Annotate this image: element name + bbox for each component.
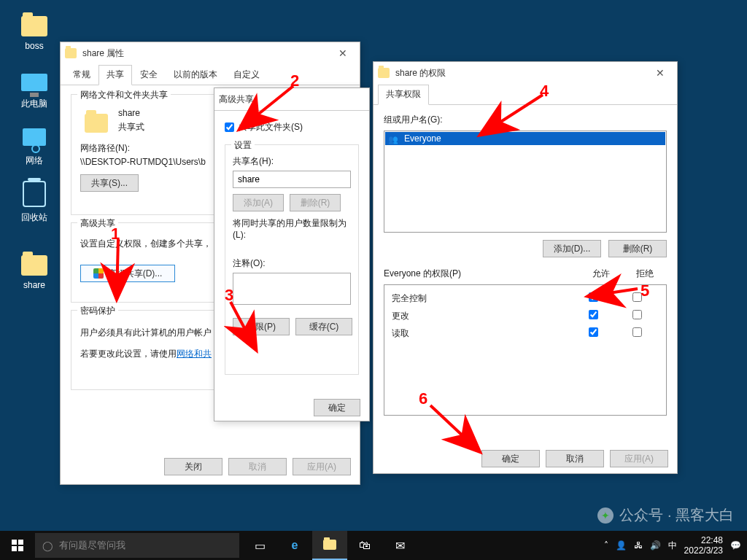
icon-label: boss [9, 41, 60, 51]
folder-icon [378, 68, 390, 78]
notes-label: 注释(O): [233, 257, 351, 270]
icon-label: 此电脑 [9, 98, 60, 110]
watermark: ✦ 公众号 · 黑客大白 [597, 505, 734, 525]
icon-label: share [9, 280, 60, 290]
tab-previous-versions[interactable]: 以前的版本 [166, 65, 225, 85]
recycle-icon [23, 181, 46, 207]
group-users-label: 组或用户名(G): [384, 114, 667, 126]
taskbar-search[interactable]: ◯ 有问题尽管问我 [35, 533, 239, 558]
share-folder-checkbox[interactable]: 共享此文件夹(S) [225, 121, 303, 133]
apply-button[interactable]: 应用(A) [293, 458, 351, 475]
notes-input[interactable] [233, 273, 351, 305]
mail-icon[interactable]: ✉ [382, 531, 417, 560]
share-button[interactable]: 共享(S)... [80, 174, 139, 192]
sharename-label: 共享名(H): [233, 155, 351, 168]
tray-people-icon[interactable]: 👤 [616, 540, 627, 551]
perm-row-read: 读取 [392, 324, 659, 342]
ok-button[interactable]: 确定 [314, 399, 360, 416]
close-icon[interactable]: ✕ [648, 64, 673, 82]
svg-rect-6 [12, 540, 17, 545]
titlebar[interactable]: 高级共享 [214, 88, 369, 110]
shield-icon [93, 268, 104, 279]
permissions-for-label: Everyone 的权限(P) [384, 268, 579, 280]
desktop-icon-boss[interactable]: boss [9, 9, 60, 51]
group-settings: 设置 [231, 139, 255, 152]
tray-chevron-icon[interactable]: ˄ [604, 540, 608, 551]
edge-icon[interactable]: e [277, 531, 312, 560]
annotation-4: 4 [540, 82, 549, 101]
window-title: 高级共享 [219, 93, 254, 106]
add-user-button[interactable]: 添加(D)... [543, 240, 601, 257]
desktop-icon-network[interactable]: 网络 [9, 122, 60, 167]
titlebar[interactable]: share 属性 ✕ [61, 42, 360, 64]
store-icon[interactable]: 🛍 [347, 531, 382, 560]
tray-clock[interactable]: 22:48 2022/3/23 [684, 535, 723, 556]
allow-read-checkbox[interactable] [589, 327, 598, 337]
annotation-5: 5 [640, 281, 649, 300]
folder-icon [21, 16, 47, 36]
tray-ime-icon[interactable]: 中 [668, 540, 677, 552]
svg-rect-7 [18, 540, 23, 545]
cancel-button[interactable]: 取消 [546, 450, 604, 467]
close-icon[interactable]: ✕ [330, 44, 355, 62]
deny-change-checkbox[interactable] [632, 310, 642, 319]
share-state: 共享式 [118, 121, 144, 133]
folder-icon [21, 255, 47, 276]
tab-share-permissions[interactable]: 共享权限 [378, 85, 429, 105]
annotation-2: 2 [290, 71, 299, 90]
user-everyone[interactable]: Everyone [385, 132, 665, 145]
icon-label: 回收站 [9, 211, 60, 224]
annotation-3: 3 [225, 286, 233, 305]
tray-network-icon[interactable]: 🖧 [634, 540, 643, 551]
group-password: 密码保护 [77, 305, 118, 317]
pc-icon [21, 74, 47, 91]
deny-read-checkbox[interactable] [632, 327, 642, 337]
annotation-1: 1 [111, 225, 120, 244]
taskbar: ◯ 有问题尽管问我 ▭ e 🛍 ✉ ˄ 👤 🖧 🔊 中 22:48 2022/3… [0, 531, 747, 560]
close-button[interactable]: 关闭 [164, 458, 222, 475]
users-icon [388, 134, 400, 143]
wechat-icon: ✦ [597, 508, 614, 524]
system-tray: ˄ 👤 🖧 🔊 中 22:48 2022/3/23 💬 [598, 535, 747, 556]
add-button[interactable]: 添加(A) [233, 194, 284, 211]
tab-general[interactable]: 常规 [65, 65, 98, 85]
start-button[interactable] [0, 531, 35, 560]
apply-button[interactable]: 应用(A) [610, 450, 668, 467]
ok-button[interactable]: 确定 [481, 450, 540, 467]
desktop-icon-recycle[interactable]: 回收站 [9, 179, 60, 224]
tray-notifications-icon[interactable]: 💬 [730, 540, 741, 551]
tabs: 常规 共享 安全 以前的版本 自定义 [61, 64, 360, 85]
tab-security[interactable]: 安全 [132, 65, 166, 85]
cancel-button[interactable]: 取消 [228, 458, 287, 475]
cache-button[interactable]: 缓存(C) [295, 318, 352, 335]
permissions-button[interactable]: 权限(P) [233, 318, 290, 335]
delete-button[interactable]: 删除(R) [290, 194, 341, 211]
users-listbox[interactable]: Everyone [384, 131, 667, 233]
group-network-share: 网络文件和文件夹共享 [77, 89, 171, 101]
tray-volume-icon[interactable]: 🔊 [650, 540, 661, 551]
advanced-share-button[interactable]: 高级共享(D)... [80, 265, 175, 282]
allow-change-checkbox[interactable] [589, 310, 598, 319]
allow-full-checkbox[interactable] [589, 292, 598, 302]
network-center-link[interactable]: 网络和共 [177, 349, 212, 359]
desktop-icon-this-pc[interactable]: 此电脑 [9, 66, 60, 110]
folder-icon [85, 108, 109, 128]
svg-rect-8 [12, 546, 17, 551]
window-advanced-share: 高级共享 共享此文件夹(S) 设置 共享名(H): 添加(A) 删除(R) 将同… [214, 88, 370, 421]
perm-row-full: 完全控制 [392, 289, 659, 307]
icon-label: 网络 [9, 155, 60, 167]
sharename-input[interactable] [233, 171, 351, 188]
titlebar[interactable]: share 的权限 ✕ [374, 62, 677, 84]
tab-custom[interactable]: 自定义 [225, 65, 268, 85]
file-explorer-icon[interactable] [312, 531, 347, 560]
tab-share[interactable]: 共享 [98, 65, 132, 85]
task-view-button[interactable]: ▭ [242, 531, 277, 560]
desktop-icon-share[interactable]: share [9, 248, 60, 290]
col-deny: 拒绝 [623, 268, 667, 280]
perm-row-change: 更改 [392, 307, 659, 324]
window-title: share 的权限 [395, 67, 446, 79]
annotation-6: 6 [419, 389, 427, 408]
window-permissions: share 的权限 ✕ 共享权限 组或用户名(G): Everyone 添加(D… [373, 61, 678, 474]
delete-user-button[interactable]: 删除(R) [608, 240, 667, 257]
network-icon [23, 128, 46, 146]
